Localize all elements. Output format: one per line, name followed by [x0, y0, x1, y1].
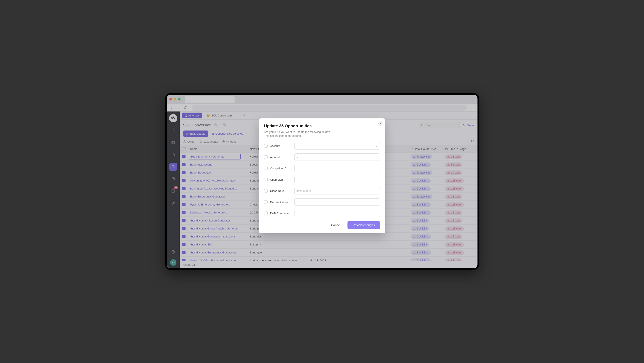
- field-input-select[interactable]: ⌄: [294, 176, 380, 183]
- field-input-date[interactable]: Pick a date: [294, 187, 380, 194]
- field-label: Current Gener...: [270, 201, 292, 204]
- field-input-text[interactable]: [294, 198, 380, 206]
- field-input-select[interactable]: ⌄: [294, 142, 380, 150]
- field-label: D&B Company: [270, 212, 292, 215]
- field-label: Campaign ID: [270, 167, 292, 170]
- field-label: Account: [270, 144, 292, 148]
- field-checkbox[interactable]: [264, 155, 268, 159]
- modal-subtitle: Are you sure you want to update the foll…: [264, 130, 380, 138]
- review-changes-button[interactable]: Review changes: [348, 221, 380, 229]
- field-checkbox[interactable]: [264, 200, 268, 204]
- field-checkbox[interactable]: [264, 189, 268, 193]
- field-label: Amount: [270, 156, 292, 159]
- field-checkbox[interactable]: [264, 212, 268, 215]
- modal-title: Update 35 Opportunities: [264, 124, 380, 128]
- field-label: Close Date: [270, 189, 292, 193]
- cancel-button[interactable]: Cancel: [327, 221, 345, 229]
- field-checkbox[interactable]: [264, 144, 268, 148]
- field-checkbox[interactable]: [264, 167, 268, 170]
- field-input-select[interactable]: ⌄: [294, 165, 380, 172]
- close-icon[interactable]: ✕: [378, 121, 383, 126]
- bulk-update-modal: ✕ Update 35 Opportunities Are you sure y…: [259, 118, 385, 233]
- field-label: Champion: [270, 178, 292, 181]
- field-input-select[interactable]: ⌄: [294, 210, 380, 217]
- field-input-text[interactable]: -: [294, 153, 380, 161]
- modal-overlay[interactable]: ✕ Update 35 Opportunities Are you sure y…: [167, 95, 478, 268]
- field-checkbox[interactable]: [264, 178, 268, 181]
